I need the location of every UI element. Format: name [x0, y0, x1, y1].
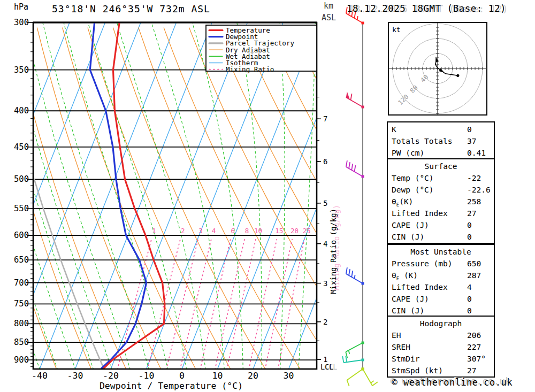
- svg-text:900: 900: [14, 355, 29, 365]
- hodograph-plot: 4080120kt: [388, 22, 487, 115]
- row-label: CIN (J): [392, 305, 424, 317]
- table-row: StmSpd (kt)27: [388, 365, 494, 376]
- dewpoint-curve: [90, 22, 146, 368]
- row-value: 206: [467, 329, 481, 341]
- svg-text:350: 350: [14, 65, 29, 75]
- table-row: Temp (°C)-22: [388, 172, 494, 184]
- km-axis: 7654321: [317, 97, 327, 364]
- svg-text:300: 300: [14, 18, 29, 27]
- indices-table: K0Totals Totals37PW (cm)0.41: [387, 121, 495, 160]
- svg-text:8: 8: [245, 227, 249, 235]
- svg-text:7: 7: [323, 114, 327, 123]
- row-label: K: [392, 124, 396, 135]
- svg-text:2: 2: [323, 318, 327, 326]
- row-label: SREH: [392, 341, 410, 353]
- svg-text:Mixing Ratio: Mixing Ratio: [226, 65, 274, 73]
- svg-text:3: 3: [198, 227, 203, 235]
- wind-barb: [342, 356, 364, 363]
- hodograph-table: HodographEH206SREH227StmDir307°StmSpd (k…: [387, 316, 495, 378]
- svg-text:30: 30: [284, 371, 294, 381]
- svg-text:-30: -30: [67, 371, 83, 381]
- svg-text:25: 25: [303, 227, 311, 235]
- lcl-ccl-labels: CCLLCL: [320, 363, 337, 371]
- svg-text:6: 6: [323, 157, 327, 166]
- svg-text:750: 750: [14, 299, 29, 309]
- table-row: Pressure (mb)650: [388, 258, 494, 270]
- wind-barb: [346, 91, 364, 108]
- surface-title: Surface: [388, 160, 494, 172]
- row-value: 227: [467, 341, 481, 353]
- svg-text:400: 400: [14, 106, 29, 116]
- row-value: 27: [467, 365, 476, 376]
- svg-text:500: 500: [14, 174, 29, 184]
- svg-text:600: 600: [14, 230, 29, 240]
- table-row: Lifted Index27: [388, 207, 494, 219]
- datetime-title: 18.12.2025 18GMT (Base: 12): [347, 3, 506, 14]
- svg-text:-20: -20: [103, 371, 119, 381]
- height-axis-unit-asl: ASL: [322, 13, 336, 22]
- table-row: PW (cm)0.41: [388, 147, 494, 159]
- row-value: 0: [467, 124, 472, 135]
- svg-text:LCL: LCL: [320, 363, 333, 371]
- table-row: SREH227: [388, 341, 494, 353]
- most-unstable-title: Most Unstable: [388, 246, 494, 258]
- table-row: Totals Totals37: [388, 135, 494, 147]
- row-label: CAPE (J): [392, 219, 429, 231]
- table-row: CIN (J)0: [388, 305, 494, 317]
- station-title: 53°18'N 246°35'W 732m ASL: [29, 3, 233, 14]
- row-value: 287: [467, 270, 481, 281]
- table-row: θE(K)258: [388, 196, 494, 207]
- hodograph-title: Hodograph: [388, 318, 494, 329]
- svg-text:800: 800: [14, 319, 29, 328]
- svg-text:850: 850: [14, 337, 29, 347]
- parcel-trajectory-curve: [34, 179, 104, 368]
- temperature-axis: -40-30-20-100102030Dewpoint / Temperatur…: [32, 371, 294, 391]
- svg-text:kt: kt: [392, 26, 401, 34]
- svg-text:Mixing Ratio (g/kg): Mixing Ratio (g/kg): [329, 209, 338, 294]
- svg-text:-40: -40: [32, 371, 48, 381]
- row-label: Temp (°C): [392, 172, 434, 184]
- wind-barb: [346, 267, 364, 285]
- svg-text:3: 3: [323, 279, 327, 288]
- table-row: Dewp (°C)-22.6: [388, 184, 494, 196]
- wind-barb: [346, 342, 364, 358]
- row-label: StmSpd (kt): [392, 365, 443, 376]
- wind-barbs: [342, 7, 378, 386]
- pressure-axis-unit: hPa: [14, 2, 28, 12]
- svg-text:1: 1: [152, 227, 156, 235]
- row-label: Totals Totals: [392, 135, 453, 147]
- svg-text:15: 15: [275, 227, 283, 235]
- mixing-ratio-labels: 12346810152025: [152, 227, 311, 235]
- table-row: K0: [388, 124, 494, 135]
- row-value: 307°: [467, 353, 486, 365]
- row-value: 0: [467, 231, 472, 243]
- table-row: StmDir307°: [388, 353, 494, 365]
- legend: TemperatureDewpointParcel TrajectoryDry …: [206, 25, 317, 73]
- row-value: 4: [467, 281, 472, 293]
- row-label: Pressure (mb): [392, 258, 453, 270]
- svg-text:6: 6: [231, 227, 235, 235]
- row-label: PW (cm): [392, 147, 424, 159]
- row-value: 0: [467, 305, 472, 317]
- row-value: 0: [467, 293, 472, 305]
- svg-text:20: 20: [291, 227, 299, 235]
- svg-text:0: 0: [179, 371, 185, 381]
- svg-text:10: 10: [212, 371, 223, 381]
- table-row: EH206: [388, 329, 494, 341]
- svg-text:550: 550: [14, 204, 29, 213]
- row-label: StmDir: [392, 353, 419, 365]
- table-row: CAPE (J)0: [388, 219, 494, 231]
- svg-text:4: 4: [323, 240, 327, 248]
- table-row: Lifted Index4: [388, 281, 494, 293]
- svg-text:4: 4: [212, 227, 216, 235]
- row-label: CIN (J): [392, 231, 424, 243]
- surface-table: SurfaceTemp (°C)-22Dewp (°C)-22.6θE(K)25…: [387, 158, 495, 244]
- svg-text:10: 10: [254, 227, 262, 235]
- wind-barb: [346, 160, 364, 178]
- table-row: CAPE (J)0: [388, 293, 494, 305]
- row-value: 650: [467, 258, 481, 270]
- profile-curves: [34, 22, 165, 368]
- row-value: -22: [467, 172, 481, 184]
- svg-text:700: 700: [14, 278, 29, 288]
- wind-barb: [347, 368, 364, 386]
